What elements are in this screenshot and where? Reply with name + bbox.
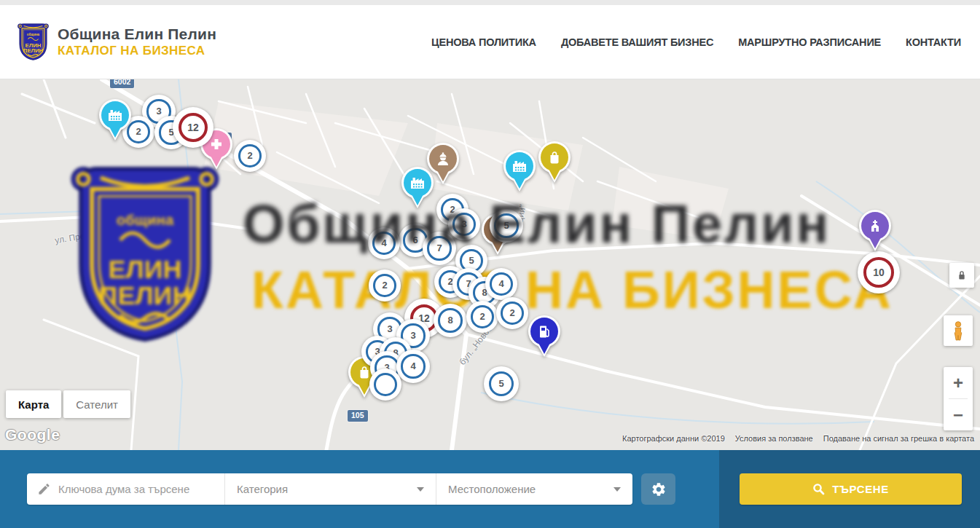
category-select-value: Категория: [237, 483, 288, 495]
cluster-count: 2: [479, 311, 485, 322]
chevron-down-icon: [614, 487, 621, 492]
cluster-count: 10: [873, 267, 885, 278]
cluster-count: 6: [412, 235, 418, 245]
cluster-marker[interactable]: 2: [496, 297, 528, 329]
road-shield: 105: [348, 410, 368, 422]
cluster-count: 2: [382, 280, 387, 291]
cluster-count: 3: [461, 218, 466, 229]
search-fields: Категория Местоположение: [27, 473, 632, 505]
place-pin[interactable]: [501, 149, 538, 193]
cluster-marker[interactable]: 5: [490, 209, 523, 243]
google-logo[interactable]: Google: [5, 426, 60, 444]
site-title: Община Елин Пелин: [58, 25, 216, 43]
cluster-count: 3: [410, 330, 415, 341]
map-type-satellite-button[interactable]: Сателит: [63, 390, 130, 418]
cluster-count: 2: [247, 150, 252, 161]
zoom-control: + −: [944, 367, 973, 430]
cluster-count: 3: [387, 323, 392, 334]
cluster-marker[interactable]: 4: [396, 350, 430, 383]
map-data-notice: Картографски данни ©2019: [622, 434, 725, 443]
cluster-count: 5: [469, 255, 474, 266]
map-canvas[interactable]: 6002105 ул. Преславбул. „Новоселции" 325…: [0, 79, 980, 450]
keyword-input[interactable]: [58, 483, 219, 495]
cluster-marker[interactable]: [369, 369, 401, 401]
report-error-link[interactable]: Подаване на сигнал за грешка в картата: [823, 434, 974, 443]
cluster-count: 3: [156, 106, 161, 117]
cluster-marker[interactable]: 12: [173, 107, 213, 148]
cluster-count: 2: [509, 307, 514, 318]
place-pin[interactable]: [399, 166, 436, 210]
place-pin[interactable]: [526, 315, 562, 358]
nav-item-schedule[interactable]: МАРШРУТНО РАЗПИСАНИЕ: [738, 36, 881, 48]
pegman-icon: [949, 320, 968, 342]
cluster-count: 4: [381, 237, 386, 248]
cluster-marker[interactable]: 2: [234, 140, 266, 172]
cluster-count: 7: [436, 243, 442, 253]
cluster-count: 2: [136, 126, 141, 137]
main-nav: ЦЕНОВА ПОЛИТИКА ДОБАВЕТЕ ВАШИЯТ БИЗНЕС М…: [431, 36, 980, 48]
category-select[interactable]: Категория: [224, 473, 436, 505]
chevron-down-icon: [417, 487, 424, 492]
zoom-in-button[interactable]: +: [944, 367, 973, 398]
top-strip: [0, 0, 980, 5]
cluster-count: 4: [410, 360, 415, 371]
gear-icon: [651, 481, 667, 497]
pegman-button[interactable]: [944, 315, 973, 346]
site-subtitle: КАТАЛОГ НА БИЗНЕСА: [58, 44, 216, 58]
keyword-field: [27, 473, 224, 505]
lock-icon: [954, 267, 970, 283]
map-attribution: Картографски данни ©2019 Условия за полз…: [622, 434, 974, 443]
nav-item-pricing[interactable]: ЦЕНОВА ПОЛИТИКА: [431, 36, 536, 48]
cluster-marker[interactable]: 8: [434, 304, 467, 337]
map-type-map-button[interactable]: Карта: [6, 390, 61, 418]
place-pin[interactable]: [857, 209, 893, 253]
logo-text: Община Елин Пелин КАТАЛОГ НА БИЗНЕСА: [58, 25, 216, 58]
cluster-count: 5: [503, 220, 509, 231]
location-select[interactable]: Местоположение: [436, 473, 632, 505]
nav-item-contacts[interactable]: КОНТАКТИ: [906, 36, 961, 48]
road-shield: 6002: [110, 79, 134, 88]
cluster-marker[interactable]: 10: [858, 251, 900, 293]
location-select-value: Местоположение: [448, 483, 536, 495]
zoom-out-button[interactable]: −: [944, 399, 973, 430]
svg-text:община: община: [27, 32, 40, 36]
page: община ЕЛИН ПЕЛИН Община Елин Пелин КАТА…: [0, 0, 980, 528]
cluster-marker[interactable]: 2: [466, 301, 498, 333]
cluster-marker[interactable]: 4: [485, 268, 517, 300]
cluster-marker[interactable]: 5: [484, 366, 519, 401]
pencil-icon: [37, 482, 51, 496]
search-icon: [812, 483, 825, 495]
nav-item-add-business[interactable]: ДОБАВЕТЕ ВАШИЯТ БИЗНЕС: [561, 36, 713, 48]
cluster-marker[interactable]: 3: [448, 208, 480, 240]
header: община ЕЛИН ПЕЛИН Община Елин Пелин КАТА…: [0, 5, 980, 79]
map-type-control: Карта Сателит: [6, 390, 130, 418]
search-bar: Категория Местоположение ТЪРСЕНЕ: [0, 450, 980, 528]
search-button[interactable]: ТЪРСЕНЕ: [740, 473, 962, 505]
cluster-marker[interactable]: 2: [369, 269, 401, 302]
lock-button[interactable]: [949, 263, 974, 288]
cluster-count: 8: [447, 315, 452, 326]
municipality-emblem-icon: община ЕЛИН ПЕЛИН: [16, 19, 50, 66]
place-pin[interactable]: [97, 98, 133, 142]
cluster-count: 4: [498, 278, 503, 289]
cluster-marker[interactable]: 4: [368, 227, 400, 259]
site-logo[interactable]: община ЕЛИН ПЕЛИН Община Елин Пелин КАТА…: [0, 19, 216, 66]
search-button-label: ТЪРСЕНЕ: [832, 483, 889, 495]
cluster-marker[interactable]: 7: [423, 232, 456, 265]
place-pin[interactable]: [536, 141, 573, 184]
cluster-count: 5: [498, 378, 503, 389]
advanced-settings-button[interactable]: [641, 473, 675, 505]
svg-text:ПЕЛИН: ПЕЛИН: [23, 47, 44, 53]
terms-link[interactable]: Условия за ползване: [735, 434, 813, 443]
cluster-count: 12: [187, 122, 199, 133]
